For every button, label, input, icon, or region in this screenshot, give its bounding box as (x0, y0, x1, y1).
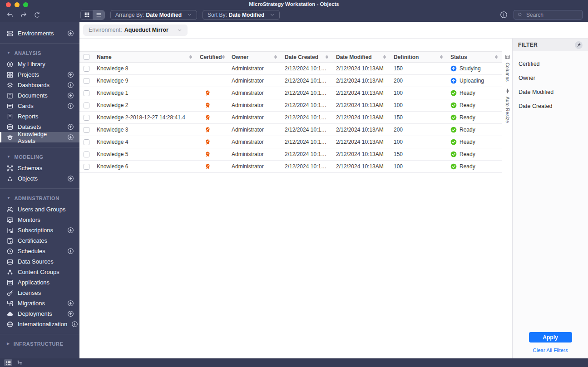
columns-icon[interactable] (504, 54, 510, 60)
sort-arrows-icon[interactable] (439, 54, 443, 60)
columns-label[interactable]: Columns (505, 63, 510, 82)
search-box[interactable] (514, 10, 583, 20)
checkbox-icon[interactable] (84, 66, 89, 72)
sidebar-item-certificates[interactable]: Certificates (0, 235, 79, 246)
auto-resize-icon[interactable] (504, 88, 510, 94)
sidebar-section-infrastructure[interactable]: ▶INFRASTRUCTURE (0, 339, 79, 349)
add-icon[interactable] (67, 227, 74, 234)
sort-arrows-icon[interactable] (382, 54, 386, 60)
row-checkbox[interactable] (79, 127, 93, 133)
sidebar-item-internationalization[interactable]: Internationalization (0, 319, 79, 329)
add-icon[interactable] (71, 321, 78, 328)
table-row[interactable]: Knowledge 3Administrator2/12/2024 10:13A… (79, 124, 502, 136)
column-header-date-created[interactable]: Date Created (281, 52, 332, 62)
row-checkbox[interactable] (79, 152, 93, 157)
checkbox-icon[interactable] (84, 78, 89, 84)
refresh-icon[interactable] (33, 10, 41, 19)
row-checkbox[interactable] (79, 78, 93, 84)
minimize-window-button[interactable] (15, 2, 20, 7)
column-header-status[interactable]: Status (447, 52, 502, 62)
select-all-checkbox[interactable] (79, 52, 93, 62)
checkbox-icon[interactable] (84, 115, 89, 121)
add-icon[interactable] (67, 134, 74, 141)
table-row[interactable]: Knowledge 5Administrator2/12/2024 10:13A… (79, 148, 502, 161)
row-checkbox[interactable] (79, 164, 93, 170)
sidebar-item-objects[interactable]: Objects (0, 173, 79, 184)
grid-view-icon[interactable] (81, 10, 93, 20)
table-row[interactable]: Knowledge 2-2018-12-27 14:28:41.4Adminis… (79, 112, 502, 124)
checkbox-icon[interactable] (84, 164, 89, 170)
sort-arrows-icon[interactable] (273, 54, 277, 60)
checkbox-icon[interactable] (84, 54, 89, 60)
sidebar-item-schedules[interactable]: Schedules (0, 246, 79, 256)
sidebar-item-migrations[interactable]: Migrations (0, 298, 79, 308)
back-icon[interactable] (5, 10, 14, 19)
add-icon[interactable] (67, 103, 74, 109)
column-header-date-modified[interactable]: Date Modified (332, 52, 390, 62)
add-icon[interactable] (67, 175, 74, 182)
sidebar-section-adminstration[interactable]: ▼ADMINSTRATION (0, 193, 79, 203)
sidebar-item-projects[interactable]: Projects (0, 69, 79, 80)
sidebar-item-my-library[interactable]: My Library (0, 59, 79, 69)
sidebar-item-users-and-groups[interactable]: Users and Groups (0, 204, 79, 215)
sort-arrows-icon[interactable] (494, 54, 498, 60)
table-row[interactable]: Knowledge 9Administrator2/12/2024 10:13A… (79, 75, 502, 87)
row-checkbox[interactable] (79, 139, 93, 145)
sidebar-item-documents[interactable]: Documents (0, 90, 79, 101)
sidebar-item-knowledge-assets[interactable]: Knowledge Assets (0, 132, 79, 142)
pin-icon[interactable] (575, 41, 583, 49)
sidebar-item-schemas[interactable]: Schemas (0, 163, 79, 173)
row-checkbox[interactable] (79, 103, 93, 108)
row-checkbox[interactable] (79, 115, 93, 121)
sidebar-item-dashboards[interactable]: Dashboards (0, 80, 79, 90)
sort-arrows-icon[interactable] (325, 54, 329, 60)
checkbox-icon[interactable] (84, 139, 89, 145)
tree-view-icon[interactable] (15, 359, 24, 366)
sidebar-item-content-groups[interactable]: Content Groups (0, 267, 79, 277)
filter-item-date-modified[interactable]: Date Modified (519, 89, 582, 95)
add-icon[interactable] (67, 92, 74, 99)
sidebar-item-data-sources[interactable]: Data Sources (0, 256, 79, 267)
clear-all-filters-link[interactable]: Clear All Filters (533, 347, 568, 353)
sidebar-item-cards[interactable]: Cards (0, 101, 79, 111)
table-row[interactable]: Knowledge 8Administrator2/12/2024 10:13A… (79, 63, 502, 75)
checkbox-icon[interactable] (84, 152, 89, 157)
column-header-certified[interactable]: Certified (196, 52, 228, 62)
add-icon[interactable] (67, 82, 74, 88)
table-row[interactable]: Knowledge 2Administrator2/12/2024 10:13A… (79, 99, 502, 112)
sidebar-item-applications[interactable]: Applications (0, 277, 79, 288)
sidebar-item-reports[interactable]: Reports (0, 111, 79, 122)
environment-dropdown[interactable]: Environment: Aqueduct Mirror (83, 24, 188, 36)
sidebar-item-subscriptions[interactable]: Subscriptions (0, 225, 79, 235)
close-window-button[interactable] (6, 2, 11, 7)
sidebar-section-modeling[interactable]: ▼MODELING (0, 152, 79, 162)
add-icon[interactable] (67, 123, 74, 130)
sidebar-item-environments[interactable]: Environments (0, 28, 79, 39)
sort-by-dropdown[interactable]: Sort By: Date Modified (203, 10, 280, 20)
apply-button[interactable]: Apply (529, 332, 572, 343)
table-row[interactable]: Knowledge 1Administrator2/12/2024 10:13A… (79, 87, 502, 99)
column-header-definition[interactable]: Definition (390, 52, 447, 62)
table-row[interactable]: Knowledge 4Administrator2/12/2024 10:13A… (79, 136, 502, 148)
row-checkbox[interactable] (79, 66, 93, 72)
auto-resize-label[interactable]: Auto Resize (505, 97, 510, 123)
checkbox-icon[interactable] (84, 127, 89, 133)
flat-list-view-icon[interactable] (4, 359, 12, 366)
checkbox-icon[interactable] (84, 103, 89, 108)
search-input[interactable] (525, 11, 578, 19)
sidebar-item-deployments[interactable]: Deployments (0, 308, 79, 319)
filter-item-certified[interactable]: Certified (519, 61, 582, 67)
arrange-by-dropdown[interactable]: Arrange By: Date Modified (110, 10, 197, 20)
add-icon[interactable] (67, 310, 74, 317)
info-icon[interactable] (500, 11, 508, 19)
sidebar-item-licenses[interactable]: Licenses (0, 288, 79, 298)
sidebar-item-monitors[interactable]: Monitors (0, 215, 79, 225)
filter-item-owner[interactable]: Owner (519, 75, 582, 81)
list-view-icon[interactable] (93, 10, 104, 20)
forward-icon[interactable] (19, 10, 28, 19)
sort-arrows-icon[interactable] (188, 54, 193, 60)
add-icon[interactable] (67, 71, 74, 78)
column-header-name[interactable]: Name (93, 52, 196, 62)
sort-arrows-icon[interactable] (222, 54, 225, 60)
filter-item-date-created[interactable]: Date Created (519, 103, 582, 109)
